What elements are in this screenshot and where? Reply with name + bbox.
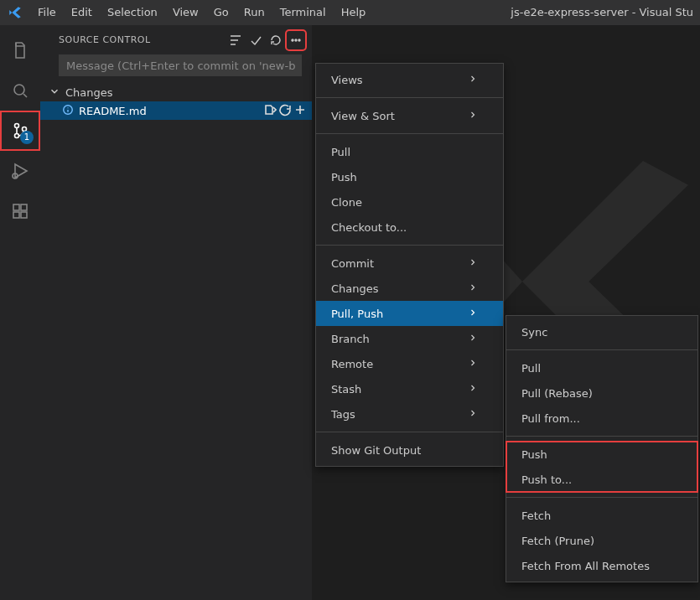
- chevron-right-icon: [468, 74, 478, 86]
- activity-bar: 1: [0, 25, 40, 600]
- extensions-icon[interactable]: [0, 191, 40, 231]
- menu-item-checkout-to[interactable]: Checkout to...: [316, 215, 503, 240]
- menu-edit[interactable]: Edit: [64, 0, 100, 25]
- changes-label: Changes: [65, 86, 113, 99]
- discard-changes-icon[interactable]: [278, 103, 292, 119]
- menu-go[interactable]: Go: [206, 0, 236, 25]
- menu-item-label: Push to...: [521, 473, 572, 486]
- changed-file-row[interactable]: README.md: [40, 101, 312, 120]
- panel-title: SOURCE CONTROL: [59, 34, 151, 45]
- menu-help[interactable]: Help: [334, 0, 374, 25]
- more-actions-icon[interactable]: [287, 31, 305, 49]
- refresh-icon[interactable]: [267, 31, 285, 49]
- menu-terminal[interactable]: Terminal: [272, 0, 334, 25]
- menu-item-label: Pull: [331, 146, 350, 158]
- menu-item-label: Sync: [521, 326, 547, 339]
- window-title: js-e2e-express-server - Visual Stu: [511, 0, 693, 25]
- svg-rect-5: [13, 204, 19, 210]
- chevron-right-icon: [468, 383, 478, 396]
- menu-item-label: Fetch (Prune): [521, 535, 594, 547]
- menu-item-commit[interactable]: Commit: [316, 251, 503, 276]
- panel-actions: [226, 31, 305, 49]
- menu-item-changes[interactable]: Changes: [316, 276, 503, 301]
- scm-more-menu[interactable]: ViewsView & SortPullPushCloneCheckout to…: [315, 63, 504, 467]
- commit-message-input[interactable]: Message (Ctrl+Enter to commit on 'new-b: [59, 54, 302, 76]
- submenu-item-sync[interactable]: Sync: [506, 319, 697, 344]
- pull-push-submenu[interactable]: SyncPullPull (Rebase)Pull from...PushPus…: [506, 315, 698, 582]
- submenu-item-push-to[interactable]: Push to...: [506, 467, 697, 492]
- menu-item-views[interactable]: Views: [316, 67, 503, 92]
- menu-run[interactable]: Run: [236, 0, 272, 25]
- svg-rect-8: [21, 212, 27, 218]
- menu-item-label: Pull: [521, 362, 541, 375]
- submenu-item-pull-rebase[interactable]: Pull (Rebase): [506, 380, 697, 406]
- menu-item-label: Fetch: [521, 509, 551, 522]
- menu-item-pull-push[interactable]: Pull, Push: [316, 301, 503, 326]
- chevron-right-icon: [468, 358, 478, 370]
- commit-icon[interactable]: [246, 31, 265, 49]
- menu-item-view-sort[interactable]: View & Sort: [316, 103, 503, 128]
- menu-item-label: Pull, Push: [331, 308, 383, 320]
- chevron-right-icon: [468, 333, 478, 345]
- search-icon[interactable]: [0, 70, 40, 111]
- submenu-item-push[interactable]: Push: [506, 442, 697, 467]
- menu-item-label: Pull from...: [521, 412, 580, 425]
- menu-item-label: Changes: [331, 282, 379, 295]
- scm-badge: 1: [20, 131, 34, 144]
- menu-item-label: Show Git Output: [331, 444, 421, 457]
- menu-item-label: Push: [521, 448, 547, 461]
- menu-item-label: Push: [331, 171, 357, 184]
- submenu-item-pull-from[interactable]: Pull from...: [506, 406, 697, 431]
- menu-item-stash[interactable]: Stash: [316, 376, 503, 401]
- svg-point-0: [14, 85, 24, 95]
- menu-item-branch[interactable]: Branch: [316, 326, 503, 351]
- changes-section[interactable]: Changes: [40, 83, 312, 101]
- source-control-icon[interactable]: 1: [0, 111, 40, 151]
- file-actions: [263, 103, 307, 119]
- svg-rect-7: [13, 212, 19, 218]
- submenu-item-fetch[interactable]: Fetch: [506, 503, 697, 528]
- submenu-item-fetch-prune[interactable]: Fetch (Prune): [506, 528, 697, 553]
- svg-point-9: [292, 39, 293, 41]
- menu-item-show-git-output[interactable]: Show Git Output: [316, 437, 503, 463]
- svg-point-2: [15, 134, 19, 138]
- menu-item-clone[interactable]: Clone: [316, 189, 503, 215]
- source-control-panel: SOURCE CONTROL Message (Ctrl+Enter to co…: [40, 25, 313, 600]
- menu-selection[interactable]: Selection: [100, 0, 165, 25]
- chevron-down-icon: [49, 85, 60, 100]
- menu-item-label: Commit: [331, 257, 374, 270]
- menu-item-label: Pull (Rebase): [521, 387, 593, 400]
- scm-tree: Changes README.md: [40, 83, 312, 120]
- menu-item-label: Tags: [331, 408, 355, 421]
- menu-item-label: Branch: [331, 333, 370, 345]
- menu-item-push[interactable]: Push: [316, 164, 503, 189]
- chevron-right-icon: [468, 308, 478, 320]
- view-as-tree-icon[interactable]: [226, 31, 245, 49]
- menu-item-label: Remote: [331, 358, 373, 370]
- menu-item-remote[interactable]: Remote: [316, 351, 503, 376]
- vscode-icon: [0, 5, 30, 20]
- svg-rect-6: [21, 204, 27, 210]
- menu-item-tags[interactable]: Tags: [316, 401, 503, 427]
- menu-item-label: Stash: [331, 383, 361, 396]
- menu-view[interactable]: View: [165, 0, 206, 25]
- menu-bar: FileEditSelectionViewGoRunTerminalHelp: [30, 0, 373, 25]
- submenu-item-pull[interactable]: Pull: [506, 355, 697, 380]
- menu-item-label: Fetch From All Remotes: [521, 560, 650, 572]
- chevron-right-icon: [468, 110, 478, 122]
- svg-point-10: [295, 39, 297, 41]
- run-debug-icon[interactable]: [0, 151, 40, 191]
- chevron-right-icon: [468, 257, 478, 270]
- explorer-icon[interactable]: [0, 30, 40, 70]
- submenu-item-fetch-from-all-remotes[interactable]: Fetch From All Remotes: [506, 553, 697, 578]
- panel-header: SOURCE CONTROL: [40, 25, 312, 54]
- menu-item-label: Views: [331, 74, 363, 86]
- info-icon: [62, 104, 74, 118]
- open-file-icon[interactable]: [263, 103, 277, 119]
- stage-changes-icon[interactable]: [293, 103, 307, 119]
- menu-item-pull[interactable]: Pull: [316, 139, 503, 164]
- menu-file[interactable]: File: [30, 0, 64, 25]
- chevron-right-icon: [468, 408, 478, 421]
- menu-item-label: View & Sort: [331, 110, 395, 122]
- file-name: README.md: [79, 105, 147, 117]
